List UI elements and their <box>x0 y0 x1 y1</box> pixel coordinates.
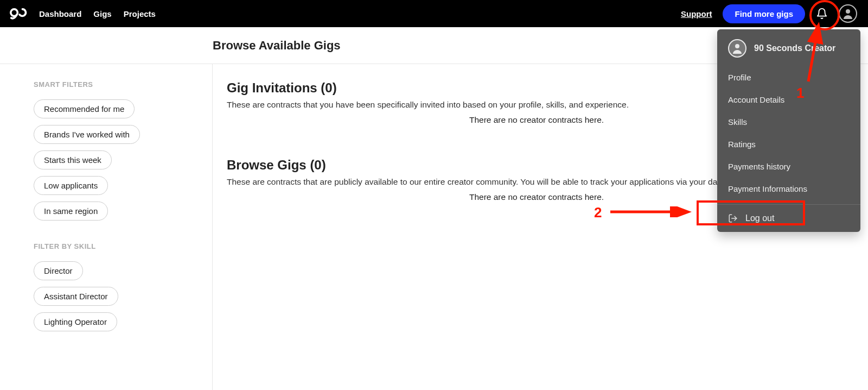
menu-payment-informations[interactable]: Payment Informations <box>717 178 860 200</box>
filter-recommended[interactable]: Recommended for me <box>34 99 135 118</box>
filter-same-region[interactable]: In same region <box>34 202 108 221</box>
notifications-button[interactable] <box>816 8 828 20</box>
nav-dashboard[interactable]: Dashboard <box>39 9 81 18</box>
menu-profile[interactable]: Profile <box>717 66 860 89</box>
page-title: Browse Available Gigs <box>213 39 341 53</box>
dropdown-menu: Profile Account Details Skills Ratings P… <box>717 64 860 205</box>
find-more-gigs-button[interactable]: Find more gigs <box>723 4 805 23</box>
svg-point-2 <box>735 44 739 48</box>
filter-director[interactable]: Director <box>34 261 83 280</box>
avatar-icon <box>728 39 746 58</box>
logout-icon <box>728 213 738 223</box>
filter-assistant-director[interactable]: Assistant Director <box>34 287 118 306</box>
dropdown-user-name: 90 Seconds Creator <box>754 43 835 53</box>
nav-projects[interactable]: Projects <box>124 9 156 18</box>
nav-right: Support Find more gigs <box>681 4 857 23</box>
filter-brands[interactable]: Brands I've worked with <box>34 125 140 144</box>
menu-ratings[interactable]: Ratings <box>717 133 860 155</box>
filter-starts-week[interactable]: Starts this week <box>34 150 112 169</box>
nav-links: Dashboard Gigs Projects <box>39 9 156 18</box>
nav-gigs[interactable]: Gigs <box>93 9 111 18</box>
menu-skills[interactable]: Skills <box>717 111 860 133</box>
dropdown-user-row: 90 Seconds Creator <box>717 29 860 64</box>
user-dropdown: 90 Seconds Creator Profile Account Detai… <box>717 29 860 232</box>
filter-low-applicants[interactable]: Low applicants <box>34 176 108 195</box>
skill-filters-list: Director Assistant Director Lighting Ope… <box>34 261 212 331</box>
avatar-button[interactable] <box>839 4 857 23</box>
logo[interactable] <box>10 7 29 20</box>
logout-label: Log out <box>745 213 774 223</box>
smart-filters-heading: SMART FILTERS <box>34 80 212 89</box>
top-nav: Dashboard Gigs Projects Support Find mor… <box>0 0 868 27</box>
smart-filters-list: Recommended for me Brands I've worked wi… <box>34 99 212 221</box>
menu-payments-history[interactable]: Payments history <box>717 155 860 178</box>
sidebar: SMART FILTERS Recommended for me Brands … <box>15 64 213 390</box>
menu-account-details[interactable]: Account Details <box>717 89 860 111</box>
svg-point-1 <box>846 9 850 14</box>
filter-lighting-operator[interactable]: Lighting Operator <box>34 312 117 331</box>
menu-logout[interactable]: Log out <box>717 205 860 232</box>
avatar-icon <box>839 4 857 23</box>
nav-support[interactable]: Support <box>681 9 712 18</box>
bell-icon <box>816 8 828 20</box>
skill-filters-heading: FILTER BY SKILL <box>34 242 212 250</box>
